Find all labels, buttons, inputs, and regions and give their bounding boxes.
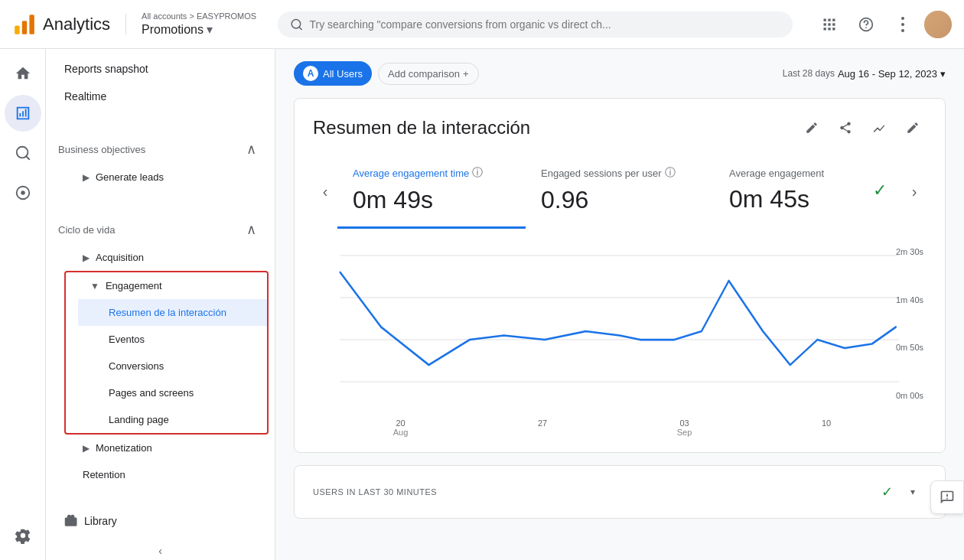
customize-icon bbox=[906, 121, 920, 135]
apps-button[interactable] bbox=[814, 9, 845, 40]
sidebar-item-resumen[interactable]: Resumen de la interacción bbox=[78, 299, 267, 326]
nav-icon-settings[interactable] bbox=[5, 517, 41, 554]
bottom-card-header: USERS IN LAST 30 MINUTES ✓ ▾ bbox=[313, 478, 927, 506]
nav-icon-home[interactable] bbox=[5, 55, 41, 92]
svg-rect-12 bbox=[832, 28, 835, 30]
trend-icon bbox=[872, 121, 886, 135]
svg-rect-4 bbox=[824, 18, 826, 21]
sidebar-collapse-button[interactable]: ‹ bbox=[46, 536, 275, 560]
svg-point-15 bbox=[901, 17, 904, 20]
page-title-text: Resumen de la interacción bbox=[313, 117, 530, 138]
metric-avg-engagement-value: 0m 45s bbox=[729, 185, 824, 213]
sidebar-ciclo-vida-header[interactable]: Ciclo de vida ∧ bbox=[46, 215, 269, 244]
sidebar-item-landing-page[interactable]: Landing page bbox=[78, 406, 267, 433]
metric-engaged-sessions[interactable]: Engaged sessions per user ⓘ 0.96 bbox=[526, 154, 714, 229]
trend-button[interactable] bbox=[865, 114, 893, 142]
settings-icon bbox=[15, 527, 31, 544]
customize-button[interactable] bbox=[899, 114, 927, 142]
metric-avg-engagement[interactable]: Average engagement 0m 45s ✓ bbox=[714, 155, 902, 228]
page-title-row: Resumen de la interacción bbox=[313, 114, 927, 142]
app-title: Analytics bbox=[43, 15, 110, 34]
metrics-prev-button[interactable]: ‹ bbox=[313, 179, 337, 203]
bottom-card-actions: ✓ ▾ bbox=[881, 478, 927, 506]
sidebar-item-generate-leads[interactable]: ▶ Generate leads bbox=[58, 164, 269, 190]
sidebar-ciclo-vida-section: Ciclo de vida ∧ ▶ Acquisition ▼ Engageme… bbox=[46, 209, 275, 494]
sidebar-item-acquisition[interactable]: ▶ Acquisition bbox=[58, 244, 269, 271]
nav-icon-reports[interactable] bbox=[5, 95, 41, 132]
sidebar-item-engagement[interactable]: ▼ Engagement bbox=[66, 272, 267, 299]
sidebar-item-pages-screens[interactable]: Pages and screens bbox=[78, 379, 267, 406]
chart-x-axis: 20 Aug 27 03 Sep 10 bbox=[313, 415, 927, 437]
svg-rect-0 bbox=[15, 25, 19, 34]
svg-point-16 bbox=[901, 23, 904, 26]
sidebar-item-realtime[interactable]: Realtime bbox=[46, 83, 269, 110]
engagement-chart: 2m 30s 1m 40s 0m 50s 0m 00s bbox=[313, 247, 927, 415]
help-button[interactable] bbox=[851, 9, 881, 40]
apps-icon bbox=[822, 17, 837, 32]
sidebar-business-objectives-items: ▶ Generate leads bbox=[46, 164, 275, 190]
chart-svg bbox=[313, 247, 927, 415]
metric-info-icon-1[interactable]: ⓘ bbox=[665, 166, 676, 180]
bottom-card: USERS IN LAST 30 MINUTES ✓ ▾ bbox=[294, 465, 946, 519]
add-comparison-plus-icon: + bbox=[463, 68, 469, 80]
date-range-picker[interactable]: Last 28 days Aug 16 - Sep 12, 2023 ▾ bbox=[783, 68, 946, 80]
share-button[interactable] bbox=[832, 114, 859, 142]
svg-point-17 bbox=[901, 29, 904, 32]
help-icon bbox=[858, 17, 874, 32]
nav-icon-advertising[interactable] bbox=[5, 174, 41, 211]
sidebar-item-reports-snapshot[interactable]: Reports snapshot bbox=[46, 55, 269, 83]
chart-y-axis: 2m 30s 1m 40s 0m 50s 0m 00s bbox=[885, 247, 923, 415]
more-icon bbox=[901, 17, 904, 32]
nav-icon-explore[interactable] bbox=[5, 135, 41, 171]
sidebar-item-eventos[interactable]: Eventos bbox=[78, 326, 267, 353]
all-users-chip[interactable]: A All Users bbox=[294, 61, 372, 86]
sidebar-business-objectives-header[interactable]: Business objectives ∧ bbox=[46, 135, 269, 164]
metric-avg-engagement-time[interactable]: Average engagement time ⓘ 0m 49s bbox=[337, 154, 526, 229]
metric-info-icon-0[interactable]: ⓘ bbox=[472, 166, 483, 180]
sidebar-item-monetization[interactable]: ▶ Monetization bbox=[58, 435, 269, 461]
topbar-divider bbox=[125, 14, 126, 35]
filters-bar: A All Users Add comparison + Last 28 day… bbox=[294, 61, 946, 86]
breadcrumb-dropdown-icon[interactable]: ▾ bbox=[207, 22, 213, 37]
edit-pencil-button[interactable] bbox=[798, 114, 826, 142]
y-label-2: 0m 50s bbox=[885, 343, 923, 352]
search-input[interactable] bbox=[309, 18, 780, 31]
topbar: Analytics All accounts > EASYPROMOS Prom… bbox=[0, 0, 964, 49]
user-chip-letter: A bbox=[303, 66, 318, 81]
svg-rect-1 bbox=[22, 21, 27, 34]
svg-rect-9 bbox=[832, 23, 835, 25]
x-label-1: 27 bbox=[538, 418, 547, 437]
expand-arrow-icon: ▶ bbox=[83, 172, 90, 183]
svg-rect-2 bbox=[29, 15, 34, 34]
page-title-actions bbox=[798, 114, 927, 142]
y-label-1: 1m 40s bbox=[885, 295, 923, 304]
breadcrumb-top: All accounts > EASYPROMOS bbox=[142, 11, 256, 21]
x-label-0: 20 Aug bbox=[393, 418, 409, 437]
sidebar-item-conversions[interactable]: Conversions bbox=[78, 353, 267, 379]
sidebar-business-objectives-section: Business objectives ∧ ▶ Generate leads bbox=[46, 129, 275, 197]
metrics-row: ‹ Average engagement time ⓘ 0m 49s Engag… bbox=[313, 154, 927, 229]
sidebar-item-library[interactable]: Library bbox=[46, 506, 275, 536]
logo: Analytics bbox=[12, 12, 110, 37]
sidebar-item-retention[interactable]: Retention bbox=[58, 461, 269, 488]
search-bar[interactable] bbox=[278, 11, 793, 37]
bottom-card-dropdown-button[interactable]: ▾ bbox=[899, 478, 927, 506]
monetization-expand-icon: ▶ bbox=[83, 443, 90, 454]
more-button[interactable] bbox=[887, 9, 918, 40]
feedback-button[interactable] bbox=[930, 480, 964, 514]
add-comparison-button[interactable]: Add comparison + bbox=[378, 63, 479, 85]
library-icon bbox=[64, 514, 78, 528]
svg-rect-7 bbox=[824, 23, 826, 25]
main-layout: Reports snapshot Realtime Business objec… bbox=[0, 49, 964, 560]
metric-avg-engagement-time-label: Average engagement time ⓘ bbox=[353, 166, 510, 180]
sidebar-engagement-section: ▼ Engagement Resumen de la interacción E… bbox=[64, 271, 269, 435]
edit-icon bbox=[805, 121, 819, 135]
avatar-image bbox=[924, 11, 952, 38]
sidebar-ciclo-vida-items: ▶ Acquisition ▼ Engagement Resumen de la… bbox=[46, 244, 275, 488]
metric-avg-engagement-time-value: 0m 49s bbox=[353, 186, 510, 214]
metrics-next-button[interactable]: › bbox=[902, 179, 927, 203]
sidebar: Reports snapshot Realtime Business objec… bbox=[46, 49, 275, 560]
share-icon bbox=[839, 121, 852, 135]
breadcrumb-current[interactable]: Promotions ▾ bbox=[142, 22, 256, 37]
avatar[interactable] bbox=[924, 11, 952, 38]
